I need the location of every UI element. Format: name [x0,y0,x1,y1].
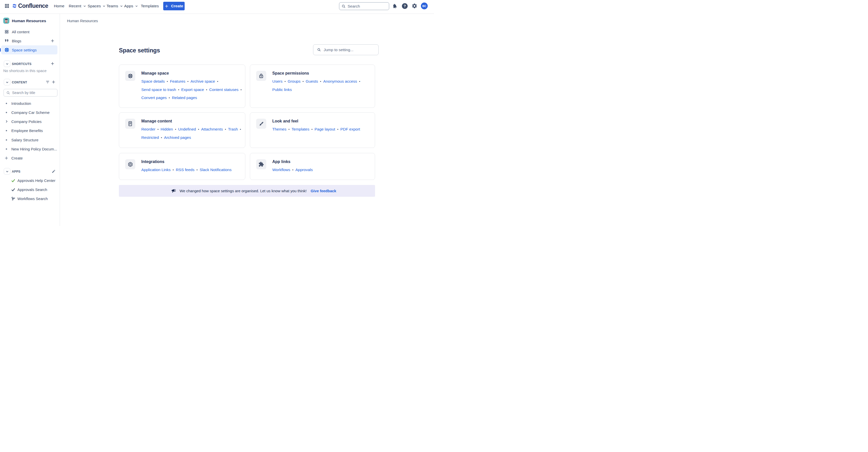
svg-text:?: ? [404,4,406,8]
